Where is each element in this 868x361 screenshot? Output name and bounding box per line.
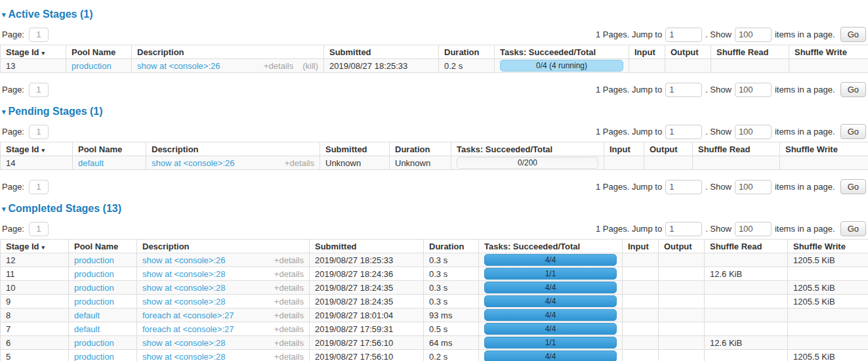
jump-to-page-input[interactable]	[665, 83, 702, 97]
column-header-label: Stage Id	[6, 242, 39, 251]
items-per-page-input[interactable]	[735, 180, 772, 194]
column-header-pool-name[interactable]: Pool Name	[69, 240, 137, 253]
pool-name-link[interactable]: production	[74, 283, 114, 293]
description-content: show at <console>:26+details(kill)	[137, 61, 318, 71]
section-header-completed-stages[interactable]: ▾Completed Stages (13)	[2, 203, 868, 215]
details-toggle[interactable]: +details	[274, 338, 304, 348]
column-header-input[interactable]: Input	[604, 142, 644, 156]
column-header-input[interactable]: Input	[623, 240, 659, 253]
jump-to-page-input[interactable]	[665, 125, 702, 139]
description-link[interactable]: show at <console>:26	[152, 158, 234, 168]
pool-name-link[interactable]: default	[74, 324, 100, 334]
description-link[interactable]: foreach at <console>:27	[142, 324, 234, 334]
column-header-stage-id[interactable]: Stage Id▾	[1, 142, 73, 156]
column-header-tasks-succeeded-total[interactable]: Tasks: Succeeded/Total	[495, 45, 629, 59]
column-header-description[interactable]: Description	[137, 240, 310, 253]
jump-to-page-input[interactable]	[665, 28, 702, 42]
tasks-progress-bar: 0/4 (4 running)	[500, 60, 623, 72]
tasks-progress-bar: 4/4	[484, 323, 617, 335]
page-number-input[interactable]	[29, 222, 49, 236]
tasks-cell: 4/4	[479, 295, 623, 308]
page-number-input[interactable]	[29, 28, 49, 42]
go-button[interactable]: Go	[840, 82, 866, 97]
jump-to-page-input[interactable]	[665, 180, 702, 194]
page-number-input[interactable]	[29, 83, 49, 97]
column-header-output[interactable]: Output	[659, 240, 705, 253]
description-link[interactable]: show at <console>:26	[137, 61, 220, 71]
column-header-input[interactable]: Input	[629, 45, 665, 59]
pool-name-link[interactable]: production	[72, 61, 112, 71]
description-link[interactable]: show at <console>:28	[142, 338, 225, 348]
column-header-description[interactable]: Description	[132, 45, 324, 59]
column-header-shuffle-write[interactable]: Shuffle Write	[780, 142, 868, 156]
column-header-tasks-succeeded-total[interactable]: Tasks: Succeeded/Total	[479, 240, 623, 253]
items-per-page-input[interactable]	[735, 28, 772, 42]
details-toggle[interactable]: +details	[274, 310, 304, 320]
column-header-shuffle-read[interactable]: Shuffle Read	[711, 45, 789, 59]
column-header-description[interactable]: Description	[146, 142, 320, 156]
pool-name-link[interactable]: production	[74, 352, 114, 361]
column-header-output[interactable]: Output	[665, 45, 711, 59]
column-header-duration[interactable]: Duration	[390, 142, 451, 156]
details-toggle[interactable]: +details	[274, 269, 304, 279]
column-header-shuffle-read[interactable]: Shuffle Read	[705, 240, 788, 253]
page-number-input[interactable]	[29, 180, 49, 194]
column-header-submitted[interactable]: Submitted	[320, 142, 390, 156]
details-toggle[interactable]: +details	[274, 297, 304, 307]
shuffle-read-cell	[693, 156, 780, 170]
column-header-duration[interactable]: Duration	[424, 240, 479, 253]
shuffle-write-cell	[780, 156, 868, 170]
column-header-submitted[interactable]: Submitted	[310, 240, 424, 253]
description-link[interactable]: foreach at <console>:27	[142, 310, 234, 320]
items-per-page-input[interactable]	[735, 222, 772, 236]
stage-row: 6productionshow at <console>:28+details2…	[1, 336, 868, 350]
column-header-stage-id[interactable]: Stage Id▾	[1, 240, 69, 253]
go-button[interactable]: Go	[840, 124, 866, 139]
duration-cell: 0.2 s	[439, 59, 495, 73]
items-per-page-label: items in a page.	[775, 127, 835, 137]
stage-id-cell: 5	[1, 350, 69, 361]
details-toggle[interactable]: +details	[264, 61, 293, 71]
shuffle-read-cell	[705, 295, 788, 308]
details-toggle[interactable]: +details	[274, 352, 304, 361]
output-cell	[659, 267, 705, 281]
items-per-page-input[interactable]	[735, 125, 772, 139]
jump-to-page-input[interactable]	[665, 222, 702, 236]
column-header-shuffle-read[interactable]: Shuffle Read	[693, 142, 780, 156]
column-header-pool-name[interactable]: Pool Name	[73, 142, 146, 156]
column-header-pool-name[interactable]: Pool Name	[66, 45, 132, 59]
stage-row: 12productionshow at <console>:26+details…	[1, 253, 868, 267]
description-link[interactable]: show at <console>:28	[142, 283, 225, 293]
description-link[interactable]: show at <console>:28	[142, 352, 225, 361]
details-toggle[interactable]: +details	[274, 324, 304, 334]
go-button[interactable]: Go	[840, 179, 866, 194]
page-number-input[interactable]	[29, 125, 49, 139]
pool-name-link[interactable]: production	[74, 269, 114, 279]
pool-name-link[interactable]: default	[78, 158, 104, 168]
pool-name-link[interactable]: production	[74, 297, 114, 307]
page-label: Page:	[2, 85, 24, 95]
go-button[interactable]: Go	[840, 27, 866, 42]
column-header-output[interactable]: Output	[644, 142, 693, 156]
description-link[interactable]: show at <console>:28	[142, 269, 225, 279]
details-toggle[interactable]: +details	[274, 255, 304, 265]
section-header-active-stages[interactable]: ▾Active Stages (1)	[2, 9, 868, 20]
column-header-shuffle-write[interactable]: Shuffle Write	[788, 240, 868, 253]
description-link[interactable]: show at <console>:28	[142, 297, 225, 307]
column-header-shuffle-write[interactable]: Shuffle Write	[789, 45, 868, 59]
go-button[interactable]: Go	[840, 221, 866, 236]
column-header-duration[interactable]: Duration	[439, 45, 495, 59]
pool-name-link[interactable]: production	[74, 338, 114, 348]
column-header-stage-id[interactable]: Stage Id▾	[1, 45, 66, 59]
column-header-label: Tasks: Succeeded/Total	[457, 144, 552, 154]
kill-link[interactable]: (kill)	[302, 61, 318, 71]
items-per-page-input[interactable]	[735, 83, 772, 97]
column-header-tasks-succeeded-total[interactable]: Tasks: Succeeded/Total	[451, 142, 604, 156]
pool-name-link[interactable]: default	[74, 310, 100, 320]
column-header-submitted[interactable]: Submitted	[324, 45, 439, 59]
description-link[interactable]: show at <console>:26	[142, 255, 225, 265]
section-header-pending-stages[interactable]: ▾Pending Stages (1)	[2, 106, 868, 117]
details-toggle[interactable]: +details	[285, 158, 314, 168]
details-toggle[interactable]: +details	[274, 283, 304, 293]
pool-name-link[interactable]: production	[74, 255, 114, 265]
